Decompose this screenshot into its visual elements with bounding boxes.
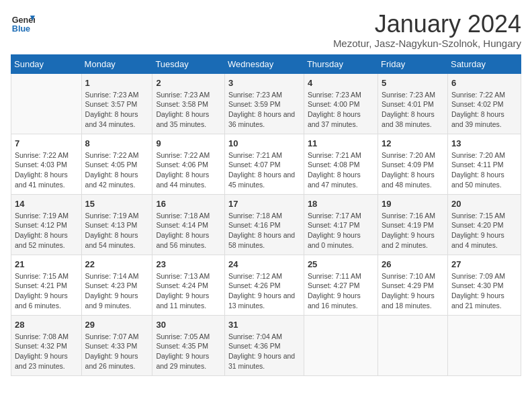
- header-sunday: Sunday: [11, 54, 82, 73]
- header-tuesday: Tuesday: [152, 54, 225, 73]
- day-number: 12: [382, 138, 444, 148]
- logo: General Blue: [11, 11, 35, 35]
- day-number: 14: [15, 199, 78, 209]
- table-row: 30 Sunrise: 7:05 AMSunset: 4:35 PMDaylig…: [152, 315, 225, 375]
- day-number: 3: [228, 78, 300, 88]
- day-info: Sunrise: 7:20 AMSunset: 4:11 PMDaylight:…: [451, 150, 517, 190]
- table-row: 31 Sunrise: 7:04 AMSunset: 4:36 PMDaylig…: [224, 315, 304, 375]
- day-number: 22: [85, 259, 149, 269]
- day-number: 16: [156, 199, 221, 209]
- day-number: 23: [156, 259, 221, 269]
- calendar-week-row: 28 Sunrise: 7:08 AMSunset: 4:32 PMDaylig…: [11, 315, 521, 375]
- table-row: 13 Sunrise: 7:20 AMSunset: 4:11 PMDaylig…: [447, 134, 521, 194]
- day-info: Sunrise: 7:23 AMSunset: 3:57 PMDaylight:…: [85, 90, 149, 130]
- table-row: 25 Sunrise: 7:11 AMSunset: 4:27 PMDaylig…: [304, 255, 378, 315]
- calendar-week-row: 21 Sunrise: 7:15 AMSunset: 4:21 PMDaylig…: [11, 255, 521, 315]
- calendar-table: Sunday Monday Tuesday Wednesday Thursday…: [11, 54, 521, 376]
- day-number: 20: [451, 199, 517, 209]
- table-row: 27 Sunrise: 7:09 AMSunset: 4:30 PMDaylig…: [447, 255, 521, 315]
- day-info: Sunrise: 7:22 AMSunset: 4:06 PMDaylight:…: [156, 150, 221, 190]
- day-number: 2: [156, 78, 221, 88]
- table-row: 24 Sunrise: 7:12 AMSunset: 4:26 PMDaylig…: [224, 255, 304, 315]
- day-number: 27: [451, 259, 517, 269]
- day-info: Sunrise: 7:07 AMSunset: 4:33 PMDaylight:…: [85, 332, 149, 371]
- day-number: 26: [382, 259, 444, 269]
- table-row: 14 Sunrise: 7:19 AMSunset: 4:12 PMDaylig…: [11, 194, 82, 255]
- table-row: 20 Sunrise: 7:15 AMSunset: 4:20 PMDaylig…: [447, 194, 521, 255]
- table-row: [378, 315, 448, 375]
- table-row: 7 Sunrise: 7:22 AMSunset: 4:03 PMDayligh…: [11, 134, 82, 194]
- table-row: [11, 73, 82, 134]
- day-number: 9: [156, 138, 221, 148]
- day-number: 29: [85, 320, 149, 330]
- table-row: 9 Sunrise: 7:22 AMSunset: 4:06 PMDayligh…: [152, 134, 225, 194]
- table-row: 15 Sunrise: 7:19 AMSunset: 4:13 PMDaylig…: [81, 194, 152, 255]
- header-friday: Friday: [378, 54, 448, 73]
- day-number: 17: [228, 199, 300, 209]
- day-info: Sunrise: 7:10 AMSunset: 4:29 PMDaylight:…: [382, 271, 444, 311]
- day-number: 13: [451, 138, 517, 148]
- day-info: Sunrise: 7:08 AMSunset: 4:32 PMDaylight:…: [15, 332, 78, 371]
- day-info: Sunrise: 7:22 AMSunset: 4:03 PMDaylight:…: [15, 150, 78, 190]
- day-info: Sunrise: 7:21 AMSunset: 4:08 PMDaylight:…: [308, 150, 374, 190]
- day-number: 7: [15, 138, 78, 148]
- table-row: 21 Sunrise: 7:15 AMSunset: 4:21 PMDaylig…: [11, 255, 82, 315]
- table-row: 11 Sunrise: 7:21 AMSunset: 4:08 PMDaylig…: [304, 134, 378, 194]
- day-info: Sunrise: 7:23 AMSunset: 4:00 PMDaylight:…: [308, 90, 374, 130]
- day-info: Sunrise: 7:19 AMSunset: 4:12 PMDaylight:…: [15, 211, 78, 250]
- day-number: 5: [382, 78, 444, 88]
- table-row: 8 Sunrise: 7:22 AMSunset: 4:05 PMDayligh…: [81, 134, 152, 194]
- day-info: Sunrise: 7:17 AMSunset: 4:17 PMDaylight:…: [308, 211, 374, 250]
- table-row: 17 Sunrise: 7:18 AMSunset: 4:16 PMDaylig…: [224, 194, 304, 255]
- day-info: Sunrise: 7:21 AMSunset: 4:07 PMDaylight:…: [228, 150, 300, 190]
- day-info: Sunrise: 7:18 AMSunset: 4:16 PMDaylight:…: [228, 211, 300, 250]
- table-row: 22 Sunrise: 7:14 AMSunset: 4:23 PMDaylig…: [81, 255, 152, 315]
- day-info: Sunrise: 7:05 AMSunset: 4:35 PMDaylight:…: [156, 332, 221, 371]
- table-row: 2 Sunrise: 7:23 AMSunset: 3:58 PMDayligh…: [152, 73, 225, 134]
- table-row: 12 Sunrise: 7:20 AMSunset: 4:09 PMDaylig…: [378, 134, 448, 194]
- day-info: Sunrise: 7:16 AMSunset: 4:19 PMDaylight:…: [382, 211, 444, 250]
- header-monday: Monday: [81, 54, 152, 73]
- logo-icon: General Blue: [11, 11, 35, 35]
- day-info: Sunrise: 7:15 AMSunset: 4:20 PMDaylight:…: [451, 211, 517, 250]
- day-number: 18: [308, 199, 374, 209]
- table-row: 6 Sunrise: 7:22 AMSunset: 4:02 PMDayligh…: [447, 73, 521, 134]
- day-number: 11: [308, 138, 374, 148]
- day-info: Sunrise: 7:23 AMSunset: 4:01 PMDaylight:…: [382, 90, 444, 130]
- table-row: 23 Sunrise: 7:13 AMSunset: 4:24 PMDaylig…: [152, 255, 225, 315]
- table-row: 4 Sunrise: 7:23 AMSunset: 4:00 PMDayligh…: [304, 73, 378, 134]
- table-row: 29 Sunrise: 7:07 AMSunset: 4:33 PMDaylig…: [81, 315, 152, 375]
- day-info: Sunrise: 7:12 AMSunset: 4:26 PMDaylight:…: [228, 271, 300, 311]
- day-number: 8: [85, 138, 149, 148]
- table-row: 5 Sunrise: 7:23 AMSunset: 4:01 PMDayligh…: [378, 73, 448, 134]
- calendar-title: January 2024: [333, 11, 521, 38]
- day-number: 19: [382, 199, 444, 209]
- day-info: Sunrise: 7:11 AMSunset: 4:27 PMDaylight:…: [308, 271, 374, 311]
- day-number: 1: [85, 78, 149, 88]
- day-info: Sunrise: 7:04 AMSunset: 4:36 PMDaylight:…: [228, 332, 300, 371]
- day-info: Sunrise: 7:14 AMSunset: 4:23 PMDaylight:…: [85, 271, 149, 311]
- table-row: 28 Sunrise: 7:08 AMSunset: 4:32 PMDaylig…: [11, 315, 82, 375]
- header-thursday: Thursday: [304, 54, 378, 73]
- svg-text:Blue: Blue: [12, 24, 30, 34]
- calendar-subtitle: Mezotur, Jasz-Nagykun-Szolnok, Hungary: [333, 38, 521, 49]
- day-info: Sunrise: 7:23 AMSunset: 3:58 PMDaylight:…: [156, 90, 221, 130]
- table-row: 26 Sunrise: 7:10 AMSunset: 4:29 PMDaylig…: [378, 255, 448, 315]
- day-info: Sunrise: 7:23 AMSunset: 3:59 PMDaylight:…: [228, 90, 300, 130]
- table-row: [447, 315, 521, 375]
- day-info: Sunrise: 7:09 AMSunset: 4:30 PMDaylight:…: [451, 271, 517, 311]
- calendar-week-row: 14 Sunrise: 7:19 AMSunset: 4:12 PMDaylig…: [11, 194, 521, 255]
- weekday-header-row: Sunday Monday Tuesday Wednesday Thursday…: [11, 54, 521, 73]
- day-number: 4: [308, 78, 374, 88]
- table-row: 3 Sunrise: 7:23 AMSunset: 3:59 PMDayligh…: [224, 73, 304, 134]
- table-row: 10 Sunrise: 7:21 AMSunset: 4:07 PMDaylig…: [224, 134, 304, 194]
- calendar-week-row: 7 Sunrise: 7:22 AMSunset: 4:03 PMDayligh…: [11, 134, 521, 194]
- title-block: January 2024 Mezotur, Jasz-Nagykun-Szoln…: [333, 11, 521, 49]
- table-row: 1 Sunrise: 7:23 AMSunset: 3:57 PMDayligh…: [81, 73, 152, 134]
- day-number: 15: [85, 199, 149, 209]
- page-header: General Blue January 2024 Mezotur, Jasz-…: [11, 11, 521, 49]
- day-info: Sunrise: 7:13 AMSunset: 4:24 PMDaylight:…: [156, 271, 221, 311]
- table-row: 19 Sunrise: 7:16 AMSunset: 4:19 PMDaylig…: [378, 194, 448, 255]
- day-info: Sunrise: 7:22 AMSunset: 4:02 PMDaylight:…: [451, 90, 517, 130]
- day-number: 6: [451, 78, 517, 88]
